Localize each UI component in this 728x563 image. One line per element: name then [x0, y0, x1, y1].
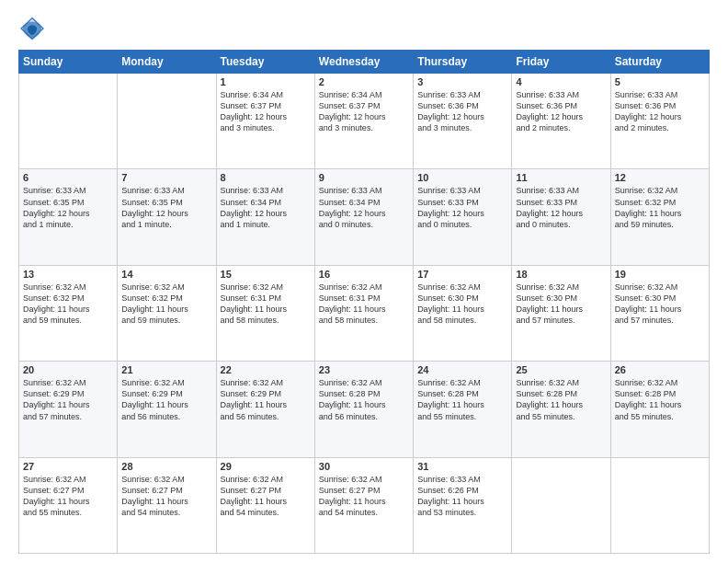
- calendar-cell: 21Sunrise: 6:32 AM Sunset: 6:29 PM Dayli…: [118, 362, 216, 457]
- day-number: 6: [23, 172, 113, 183]
- day-info: Sunrise: 6:32 AM Sunset: 6:29 PM Dayligh…: [121, 377, 211, 422]
- day-number: 4: [516, 76, 606, 87]
- day-info: Sunrise: 6:32 AM Sunset: 6:32 PM Dayligh…: [615, 185, 705, 230]
- day-number: 20: [23, 364, 113, 375]
- calendar-table: SundayMondayTuesdayWednesdayThursdayFrid…: [18, 50, 710, 554]
- day-info: Sunrise: 6:32 AM Sunset: 6:32 PM Dayligh…: [23, 282, 113, 327]
- day-info: Sunrise: 6:32 AM Sunset: 6:30 PM Dayligh…: [615, 282, 705, 327]
- day-info: Sunrise: 6:32 AM Sunset: 6:29 PM Dayligh…: [23, 377, 113, 422]
- calendar-cell: 25Sunrise: 6:32 AM Sunset: 6:28 PM Dayli…: [512, 362, 610, 457]
- day-info: Sunrise: 6:32 AM Sunset: 6:28 PM Dayligh…: [417, 377, 507, 422]
- day-info: Sunrise: 6:33 AM Sunset: 6:36 PM Dayligh…: [516, 89, 606, 134]
- calendar-cell: 27Sunrise: 6:32 AM Sunset: 6:27 PM Dayli…: [19, 457, 118, 553]
- calendar-cell: 24Sunrise: 6:32 AM Sunset: 6:28 PM Dayli…: [414, 362, 512, 457]
- day-info: Sunrise: 6:32 AM Sunset: 6:27 PM Dayligh…: [319, 474, 409, 519]
- calendar-cell: 31Sunrise: 6:33 AM Sunset: 6:26 PM Dayli…: [414, 457, 512, 553]
- week-row-3: 13Sunrise: 6:32 AM Sunset: 6:32 PM Dayli…: [19, 265, 710, 361]
- week-row-2: 6Sunrise: 6:33 AM Sunset: 6:35 PM Daylig…: [19, 169, 710, 265]
- day-info: Sunrise: 6:32 AM Sunset: 6:27 PM Dayligh…: [221, 474, 311, 519]
- calendar-cell: 23Sunrise: 6:32 AM Sunset: 6:28 PM Dayli…: [314, 362, 413, 457]
- day-number: 13: [23, 269, 113, 280]
- day-info: Sunrise: 6:32 AM Sunset: 6:28 PM Dayligh…: [615, 377, 705, 422]
- day-number: 30: [319, 461, 409, 472]
- day-number: 21: [121, 364, 211, 375]
- week-row-4: 20Sunrise: 6:32 AM Sunset: 6:29 PM Dayli…: [19, 362, 710, 457]
- col-header-tuesday: Tuesday: [216, 51, 314, 74]
- day-info: Sunrise: 6:33 AM Sunset: 6:36 PM Dayligh…: [417, 89, 507, 134]
- logo: [18, 15, 50, 42]
- day-number: 8: [221, 172, 311, 183]
- day-info: Sunrise: 6:32 AM Sunset: 6:30 PM Dayligh…: [516, 282, 606, 327]
- calendar-cell: 5Sunrise: 6:33 AM Sunset: 6:36 PM Daylig…: [610, 74, 709, 169]
- calendar-cell: 6Sunrise: 6:33 AM Sunset: 6:35 PM Daylig…: [19, 169, 118, 265]
- page: SundayMondayTuesdayWednesdayThursdayFrid…: [0, 0, 728, 563]
- calendar-cell: 2Sunrise: 6:34 AM Sunset: 6:37 PM Daylig…: [314, 74, 413, 169]
- day-info: Sunrise: 6:33 AM Sunset: 6:26 PM Dayligh…: [417, 474, 507, 519]
- calendar-cell: [118, 74, 216, 169]
- col-header-friday: Friday: [512, 51, 610, 74]
- calendar-cell: 1Sunrise: 6:34 AM Sunset: 6:37 PM Daylig…: [216, 74, 314, 169]
- day-number: 5: [615, 76, 705, 87]
- calendar-cell: [19, 74, 118, 169]
- calendar-cell: [610, 457, 709, 553]
- calendar-cell: 18Sunrise: 6:32 AM Sunset: 6:30 PM Dayli…: [512, 265, 610, 361]
- day-number: 3: [417, 76, 507, 87]
- day-info: Sunrise: 6:33 AM Sunset: 6:35 PM Dayligh…: [121, 185, 211, 230]
- day-info: Sunrise: 6:33 AM Sunset: 6:34 PM Dayligh…: [319, 185, 409, 230]
- calendar-cell: 9Sunrise: 6:33 AM Sunset: 6:34 PM Daylig…: [314, 169, 413, 265]
- col-header-sunday: Sunday: [19, 51, 118, 74]
- day-number: 24: [417, 364, 507, 375]
- header: [18, 15, 710, 42]
- day-number: 2: [319, 76, 409, 87]
- calendar-cell: 13Sunrise: 6:32 AM Sunset: 6:32 PM Dayli…: [19, 265, 118, 361]
- day-info: Sunrise: 6:33 AM Sunset: 6:33 PM Dayligh…: [516, 185, 606, 230]
- week-row-1: 1Sunrise: 6:34 AM Sunset: 6:37 PM Daylig…: [19, 74, 710, 169]
- calendar-cell: 19Sunrise: 6:32 AM Sunset: 6:30 PM Dayli…: [610, 265, 709, 361]
- day-number: 18: [516, 269, 606, 280]
- day-number: 15: [221, 269, 311, 280]
- calendar-cell: 17Sunrise: 6:32 AM Sunset: 6:30 PM Dayli…: [414, 265, 512, 361]
- day-number: 11: [516, 172, 606, 183]
- calendar-cell: 14Sunrise: 6:32 AM Sunset: 6:32 PM Dayli…: [118, 265, 216, 361]
- day-number: 10: [417, 172, 507, 183]
- day-number: 9: [319, 172, 409, 183]
- col-header-monday: Monday: [118, 51, 216, 74]
- calendar-cell: 12Sunrise: 6:32 AM Sunset: 6:32 PM Dayli…: [610, 169, 709, 265]
- day-info: Sunrise: 6:32 AM Sunset: 6:31 PM Dayligh…: [319, 282, 409, 327]
- calendar-cell: 16Sunrise: 6:32 AM Sunset: 6:31 PM Dayli…: [314, 265, 413, 361]
- calendar-cell: 29Sunrise: 6:32 AM Sunset: 6:27 PM Dayli…: [216, 457, 314, 553]
- day-info: Sunrise: 6:32 AM Sunset: 6:27 PM Dayligh…: [23, 474, 113, 519]
- day-number: 17: [417, 269, 507, 280]
- day-info: Sunrise: 6:32 AM Sunset: 6:32 PM Dayligh…: [121, 282, 211, 327]
- col-header-saturday: Saturday: [610, 51, 709, 74]
- logo-icon: [18, 15, 46, 42]
- day-number: 14: [121, 269, 211, 280]
- day-info: Sunrise: 6:32 AM Sunset: 6:29 PM Dayligh…: [221, 377, 311, 422]
- day-info: Sunrise: 6:33 AM Sunset: 6:33 PM Dayligh…: [417, 185, 507, 230]
- day-info: Sunrise: 6:32 AM Sunset: 6:28 PM Dayligh…: [319, 377, 409, 422]
- day-info: Sunrise: 6:34 AM Sunset: 6:37 PM Dayligh…: [319, 89, 409, 134]
- day-number: 1: [221, 76, 311, 87]
- calendar-cell: 8Sunrise: 6:33 AM Sunset: 6:34 PM Daylig…: [216, 169, 314, 265]
- col-header-thursday: Thursday: [414, 51, 512, 74]
- day-info: Sunrise: 6:33 AM Sunset: 6:34 PM Dayligh…: [221, 185, 311, 230]
- day-number: 27: [23, 461, 113, 472]
- day-info: Sunrise: 6:34 AM Sunset: 6:37 PM Dayligh…: [221, 89, 311, 134]
- day-number: 16: [319, 269, 409, 280]
- week-row-5: 27Sunrise: 6:32 AM Sunset: 6:27 PM Dayli…: [19, 457, 710, 553]
- calendar-cell: 7Sunrise: 6:33 AM Sunset: 6:35 PM Daylig…: [118, 169, 216, 265]
- col-header-wednesday: Wednesday: [314, 51, 413, 74]
- day-info: Sunrise: 6:33 AM Sunset: 6:35 PM Dayligh…: [23, 185, 113, 230]
- calendar-header-row: SundayMondayTuesdayWednesdayThursdayFrid…: [19, 51, 710, 74]
- day-number: 22: [221, 364, 311, 375]
- calendar-cell: 11Sunrise: 6:33 AM Sunset: 6:33 PM Dayli…: [512, 169, 610, 265]
- calendar-cell: 4Sunrise: 6:33 AM Sunset: 6:36 PM Daylig…: [512, 74, 610, 169]
- calendar-cell: [512, 457, 610, 553]
- calendar-cell: 28Sunrise: 6:32 AM Sunset: 6:27 PM Dayli…: [118, 457, 216, 553]
- calendar-cell: 30Sunrise: 6:32 AM Sunset: 6:27 PM Dayli…: [314, 457, 413, 553]
- calendar-cell: 22Sunrise: 6:32 AM Sunset: 6:29 PM Dayli…: [216, 362, 314, 457]
- day-info: Sunrise: 6:33 AM Sunset: 6:36 PM Dayligh…: [615, 89, 705, 134]
- day-number: 25: [516, 364, 606, 375]
- day-number: 23: [319, 364, 409, 375]
- day-number: 29: [221, 461, 311, 472]
